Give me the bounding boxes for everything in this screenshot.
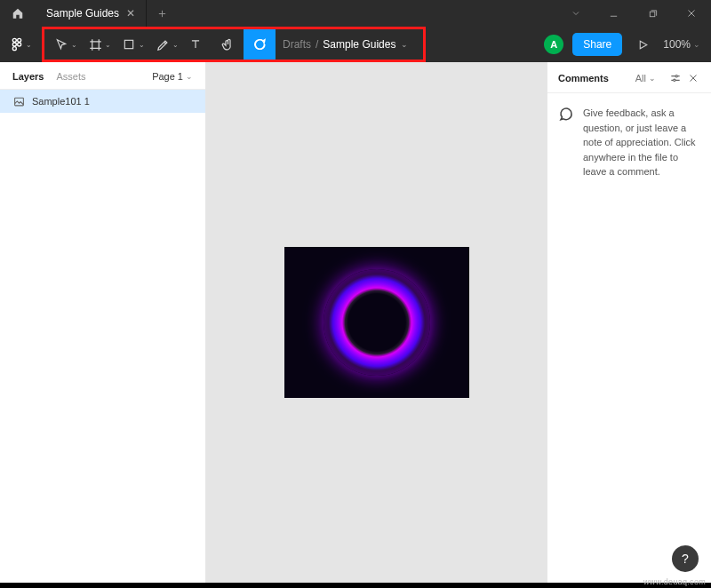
canvas[interactable] (206, 62, 547, 583)
avatar[interactable]: A (544, 35, 563, 54)
svg-point-4 (17, 43, 20, 46)
canvas-image[interactable] (284, 247, 469, 398)
toolbar: ⌄ ⌄ ⌄ ⌄ ⌄ Drafts / Sample Guid (0, 27, 711, 62)
chevron-down-icon: ⌄ (693, 40, 700, 49)
chevron-down-icon[interactable] (558, 0, 594, 27)
file-tab-title: Sample Guides (46, 7, 119, 20)
plasma-ring-graphic (324, 269, 430, 376)
layer-row[interactable]: Sample101 1 (0, 90, 205, 113)
bottom-strip (0, 583, 711, 588)
share-button[interactable]: Share (572, 33, 622, 56)
shape-tool[interactable]: ⌄ (112, 27, 146, 62)
speech-bubble-icon (558, 106, 574, 122)
chevron-down-icon: ⌄ (71, 41, 77, 49)
chevron-down-icon[interactable]: ⌄ (401, 40, 408, 49)
watermark: www.deuaq.com (643, 577, 706, 586)
window-controls (594, 0, 711, 27)
close-tab-icon[interactable]: ✕ (126, 7, 135, 20)
svg-rect-6 (124, 40, 132, 48)
svg-rect-0 (650, 12, 655, 16)
breadcrumb[interactable]: Drafts / Sample Guides ⌄ (283, 38, 408, 51)
minimize-button[interactable] (594, 0, 633, 27)
comments-title: Comments (558, 73, 609, 83)
main: Layers Assets Page 1 ⌄ Sample101 1 Comme… (0, 62, 711, 583)
image-layer-icon (12, 95, 25, 107)
chevron-down-icon: ⌄ (172, 41, 179, 49)
settings-icon[interactable] (668, 71, 683, 85)
text-tool[interactable] (180, 27, 212, 62)
svg-point-7 (255, 40, 265, 50)
chevron-down-icon: ⌄ (649, 74, 656, 83)
chevron-down-icon: ⌄ (139, 41, 145, 49)
help-button[interactable]: ? (672, 545, 699, 572)
close-panel-icon[interactable] (686, 71, 700, 85)
layer-name: Sample101 1 (32, 96, 90, 107)
restore-button[interactable] (633, 0, 672, 27)
pen-tool[interactable]: ⌄ (146, 27, 180, 62)
figma-menu-button[interactable]: ⌄ (7, 31, 34, 58)
svg-point-10 (674, 79, 675, 81)
tab-layers[interactable]: Layers (12, 71, 44, 82)
chevron-down-icon: ⌄ (105, 41, 111, 49)
svg-point-9 (675, 75, 677, 77)
svg-point-5 (12, 47, 16, 51)
breadcrumb-separator: / (316, 38, 318, 51)
page-label: Page 1 (152, 71, 183, 82)
svg-point-1 (12, 38, 16, 42)
comments-empty-text: Give feedback, ask a question, or just l… (583, 106, 700, 179)
toolbar-right: A Share 100% ⌄ (544, 33, 704, 56)
present-button[interactable] (631, 39, 654, 51)
file-tab[interactable]: Sample Guides ✕ (36, 0, 147, 27)
comments-filter[interactable]: All ⌄ (635, 73, 656, 83)
breadcrumb-current[interactable]: Sample Guides (323, 38, 395, 51)
titlebar: Sample Guides ✕ (0, 0, 711, 27)
svg-point-3 (12, 43, 16, 46)
comment-tool[interactable] (244, 27, 276, 62)
hand-tool[interactable] (212, 27, 244, 62)
svg-point-2 (17, 38, 20, 42)
close-window-button[interactable] (672, 0, 711, 27)
comments-empty-state: Give feedback, ask a question, or just l… (547, 93, 711, 192)
page-selector[interactable]: Page 1 ⌄ (152, 71, 193, 82)
new-tab-button[interactable] (147, 0, 177, 27)
tool-group: ⌄ ⌄ ⌄ ⌄ (44, 27, 276, 62)
zoom-label: 100% (663, 38, 691, 51)
tab-assets[interactable]: Assets (56, 71, 85, 82)
left-panel: Layers Assets Page 1 ⌄ Sample101 1 (0, 62, 206, 583)
frame-tool[interactable]: ⌄ (78, 27, 112, 62)
left-panel-tabs: Layers Assets Page 1 ⌄ (0, 62, 205, 90)
home-button[interactable] (0, 0, 36, 27)
chevron-down-icon: ⌄ (186, 72, 193, 81)
right-panel: Comments All ⌄ Give feedback, ask a ques… (547, 62, 711, 583)
comments-header: Comments All ⌄ (547, 62, 711, 93)
breadcrumb-root[interactable]: Drafts (283, 38, 311, 51)
move-tool[interactable]: ⌄ (44, 27, 78, 62)
zoom-control[interactable]: 100% ⌄ (663, 38, 700, 51)
